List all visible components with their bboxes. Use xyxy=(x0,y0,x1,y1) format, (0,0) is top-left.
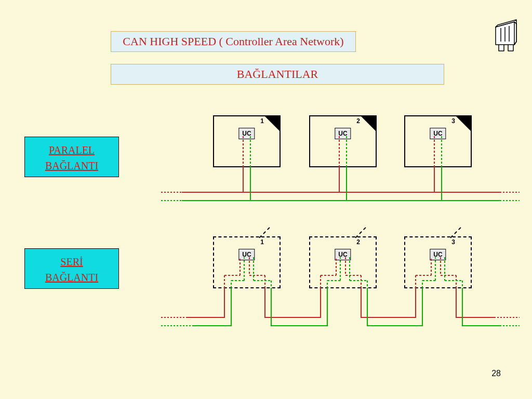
label-parallel-line2: BAĞLANTI xyxy=(45,160,98,171)
label-parallel: PARALEL BAĞLANTI xyxy=(24,137,119,177)
module-corner xyxy=(265,237,280,252)
svg-marker-4 xyxy=(514,22,516,45)
uc-chip: UC xyxy=(430,128,446,139)
label-serial-line1: SERİ xyxy=(60,256,83,268)
module-corner xyxy=(361,116,376,131)
uc-chip: UC xyxy=(430,249,446,260)
module-number: 2 xyxy=(356,117,360,125)
module-parallel-3: 3 UC xyxy=(404,115,472,167)
module-parallel-1: 1 UC xyxy=(213,115,281,167)
module-parallel-2: 2 UC xyxy=(309,115,377,167)
module-corner xyxy=(456,116,471,131)
module-number: 2 xyxy=(356,238,360,246)
title-main-text: CAN HIGH SPEED ( Controller Area Network… xyxy=(123,35,343,48)
title-sub: BAĞLANTILAR xyxy=(111,64,444,85)
uc-chip: UC xyxy=(335,249,351,260)
module-serial-2: 2 UC xyxy=(309,236,377,288)
title-main: CAN HIGH SPEED ( Controller Area Network… xyxy=(111,31,356,52)
module-serial-1: 1 UC xyxy=(213,236,281,288)
connector-icon xyxy=(489,17,523,57)
connector-icon-svg xyxy=(489,17,523,57)
module-number: 3 xyxy=(451,238,455,246)
title-sub-text: BAĞLANTILAR xyxy=(237,68,318,81)
uc-chip: UC xyxy=(335,128,351,139)
module-number: 3 xyxy=(451,117,455,125)
module-corner xyxy=(456,237,471,252)
label-serial: SERİ BAĞLANTI xyxy=(24,248,119,289)
page-number: 28 xyxy=(491,369,501,378)
uc-chip: UC xyxy=(238,249,255,260)
uc-chip: UC xyxy=(238,128,255,139)
label-parallel-line1: PARALEL xyxy=(49,144,95,156)
module-number: 1 xyxy=(260,117,264,125)
module-serial-3: 3 UC xyxy=(404,236,472,288)
wires-layer xyxy=(0,0,532,399)
module-corner xyxy=(265,116,280,131)
label-serial-line2: BAĞLANTI xyxy=(45,272,98,283)
module-corner xyxy=(361,237,376,252)
module-number: 1 xyxy=(260,238,264,246)
